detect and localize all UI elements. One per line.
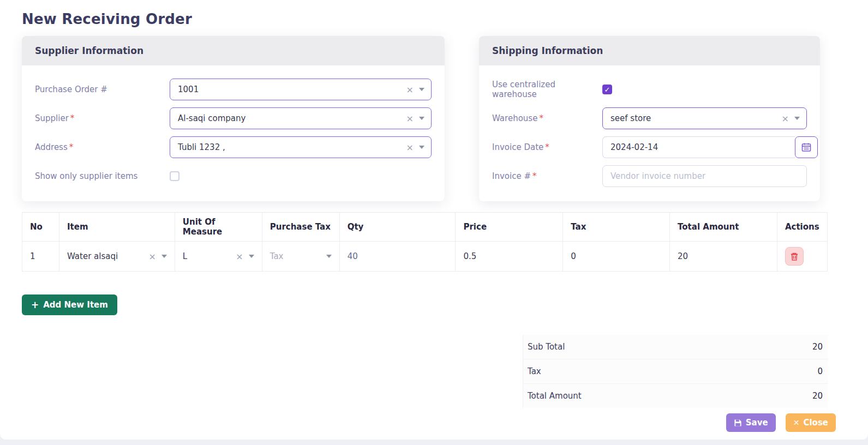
table-header-row: No Item Unit Of Measure Purchase Tax Qty…: [22, 213, 828, 242]
required-asterisk: *: [69, 142, 74, 152]
purchase-order-select[interactable]: 1001 ×: [170, 79, 432, 100]
tax-value: 0: [563, 242, 670, 272]
floppy-icon: [734, 419, 742, 427]
tax-label: Tax: [528, 366, 541, 376]
total-amount-row: Total Amount 20: [523, 384, 828, 408]
use-centralized-warehouse-row: Use centralized warehouse ✓: [492, 79, 807, 100]
shipping-panel-title: Shipping Information: [479, 36, 820, 65]
plus-icon: +: [31, 300, 39, 310]
calendar-icon: [801, 142, 812, 153]
close-label: Close: [803, 418, 828, 428]
row-no: 1: [22, 242, 59, 272]
required-asterisk: *: [539, 113, 543, 123]
close-icon: ✕: [793, 418, 800, 427]
purchase-tax-placeholder: Tax: [270, 251, 326, 261]
purchase-order-label: Purchase Order #: [35, 85, 170, 94]
invoice-number-row: Invoice #*: [492, 165, 807, 187]
invoice-number-input[interactable]: [602, 165, 807, 187]
supplier-information-panel: Supplier Information Purchase Order # 10…: [22, 36, 445, 201]
chevron-down-icon[interactable]: [419, 117, 424, 120]
show-only-supplier-items-label: Show only supplier items: [35, 171, 170, 181]
uom-value: L: [183, 251, 234, 261]
clear-icon[interactable]: ×: [404, 85, 419, 95]
clear-icon[interactable]: ×: [234, 251, 248, 262]
col-qty: Qty: [339, 213, 456, 242]
chevron-down-icon[interactable]: [419, 88, 424, 91]
warehouse-row: Warehouse* seef store ×: [492, 107, 807, 129]
form-panels: Supplier Information Purchase Order # 10…: [22, 36, 868, 201]
clear-icon[interactable]: ×: [780, 113, 794, 124]
subtotal-row: Sub Total 20: [523, 335, 828, 359]
col-purchase-tax: Purchase Tax: [262, 213, 339, 242]
required-asterisk: *: [545, 142, 549, 152]
add-new-item-label: Add New Item: [43, 300, 108, 310]
required-asterisk: *: [70, 113, 75, 123]
invoice-number-label: Invoice #*: [492, 171, 602, 181]
address-row: Address* Tubli 1232 , ×: [35, 136, 432, 158]
save-label: Save: [746, 418, 768, 428]
col-tax: Tax: [563, 213, 670, 242]
supplier-panel-body: Purchase Order # 1001 × Supplier* Al-saq…: [22, 65, 445, 201]
col-no: No: [22, 213, 59, 242]
chevron-down-icon[interactable]: [794, 117, 800, 120]
uom-select[interactable]: L ×: [183, 251, 254, 262]
clear-icon[interactable]: ×: [404, 113, 419, 124]
footer-actions: Save ✕ Close: [0, 413, 836, 432]
items-table: No Item Unit Of Measure Purchase Tax Qty…: [22, 212, 828, 272]
invoice-date-label: Invoice Date*: [492, 142, 602, 152]
address-select[interactable]: Tubli 1232 , ×: [170, 136, 432, 158]
tax-value: 0: [817, 366, 823, 376]
totals-summary: Sub Total 20 Tax 0 Total Amount 20: [523, 335, 828, 408]
supplier-row: Supplier* Al-saqi company ×: [35, 107, 432, 129]
use-centralized-warehouse-label: Use centralized warehouse: [492, 80, 602, 99]
trash-icon: [790, 252, 799, 261]
invoice-date-input[interactable]: [602, 136, 795, 158]
delete-row-button[interactable]: [785, 247, 804, 266]
shipping-panel-body: Use centralized warehouse ✓ Warehouse* s…: [479, 65, 820, 201]
total-amount-value: 20: [670, 242, 777, 272]
tax-row: Tax 0: [523, 359, 828, 384]
address-value: Tubli 1232 ,: [178, 142, 404, 152]
item-select[interactable]: Water alsaqi ×: [67, 251, 167, 262]
chevron-down-icon[interactable]: [249, 255, 254, 258]
page-title: New Receiving Order: [22, 11, 868, 27]
total-amount-label: Total Amount: [528, 391, 582, 401]
supplier-label: Supplier*: [35, 113, 170, 123]
price-value: 0.5: [456, 242, 563, 272]
clear-icon[interactable]: ×: [404, 142, 419, 153]
subtotal-value: 20: [812, 342, 823, 352]
shipping-information-panel: Shipping Information Use centralized war…: [479, 36, 820, 201]
chevron-down-icon[interactable]: [326, 255, 332, 258]
required-asterisk: *: [532, 171, 537, 181]
col-total-amount: Total Amount: [670, 213, 777, 242]
chevron-down-icon[interactable]: [161, 255, 167, 258]
new-receiving-order-page: New Receiving Order Supplier Information…: [0, 0, 868, 440]
show-only-supplier-items-row: Show only supplier items ✓: [35, 165, 432, 187]
warehouse-select[interactable]: seef store ×: [602, 107, 807, 129]
col-actions: Actions: [777, 213, 827, 242]
warehouse-value: seef store: [610, 113, 780, 123]
supplier-select[interactable]: Al-saqi company ×: [170, 107, 432, 129]
purchase-order-value: 1001: [178, 85, 404, 94]
close-button[interactable]: ✕ Close: [786, 413, 836, 432]
chevron-down-icon[interactable]: [419, 146, 424, 149]
table-row: 1 Water alsaqi × L ×: [22, 242, 828, 272]
col-price: Price: [456, 213, 563, 242]
col-item: Item: [59, 213, 175, 242]
calendar-button[interactable]: [795, 136, 818, 158]
total-amount-value: 20: [812, 391, 823, 401]
purchase-order-row: Purchase Order # 1001 ×: [35, 79, 432, 100]
save-button[interactable]: Save: [726, 413, 776, 432]
warehouse-label: Warehouse*: [492, 113, 602, 123]
invoice-date-row: Invoice Date*: [492, 136, 807, 158]
supplier-value: Al-saqi company: [178, 113, 404, 123]
address-label: Address*: [35, 142, 170, 152]
col-unit-of-measure: Unit Of Measure: [175, 213, 262, 242]
show-only-supplier-items-checkbox[interactable]: ✓: [170, 171, 179, 181]
add-new-item-button[interactable]: + Add New Item: [22, 294, 117, 315]
invoice-date-group: [602, 136, 818, 158]
purchase-tax-select[interactable]: Tax: [270, 251, 332, 261]
clear-icon[interactable]: ×: [146, 251, 161, 262]
qty-input[interactable]: 40: [348, 251, 358, 261]
use-centralized-warehouse-checkbox[interactable]: ✓: [602, 85, 612, 94]
